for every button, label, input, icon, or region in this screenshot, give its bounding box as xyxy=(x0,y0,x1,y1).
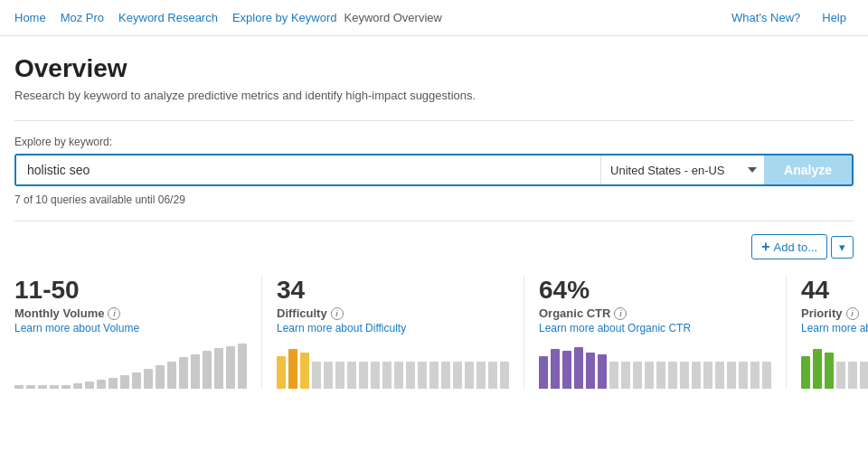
section-divider-2 xyxy=(14,221,854,221)
bar xyxy=(14,385,24,389)
bar xyxy=(203,351,212,389)
bar xyxy=(633,362,642,389)
nav-moz-pro[interactable]: Moz Pro xyxy=(61,11,104,24)
bar xyxy=(156,365,165,389)
page-subtitle: Research by keyword to analyze predictiv… xyxy=(14,89,854,102)
bar xyxy=(324,362,333,389)
bar xyxy=(703,362,712,389)
metric-label-volume: Monthly Volume xyxy=(14,306,104,320)
bar xyxy=(813,349,822,389)
nav-home[interactable]: Home xyxy=(14,11,46,24)
bar xyxy=(539,356,548,389)
bar xyxy=(848,362,857,389)
keyword-input[interactable] xyxy=(16,155,600,184)
bar xyxy=(108,378,118,389)
bar xyxy=(300,353,309,389)
bar xyxy=(120,375,129,389)
search-input-group: United States - en-US United Kingdom - e… xyxy=(14,154,854,186)
bar xyxy=(750,362,760,389)
bar xyxy=(680,362,689,389)
plus-icon: + xyxy=(761,239,769,255)
bar xyxy=(97,380,106,389)
metric-card-ctr: 64% Organic CTR i Learn more about Organ… xyxy=(539,276,787,389)
bar xyxy=(85,381,94,389)
metric-info-volume[interactable]: i xyxy=(108,307,120,320)
top-navigation: Home Moz Pro Keyword Research Explore by… xyxy=(0,0,868,36)
bar xyxy=(382,362,392,389)
bar xyxy=(836,362,845,389)
bar xyxy=(167,362,176,389)
bar xyxy=(335,362,344,389)
bar xyxy=(656,362,665,389)
metric-card-difficulty: 34 Difficulty i Learn more about Difficu… xyxy=(277,276,524,389)
country-select[interactable]: United States - en-US United Kingdom - e… xyxy=(600,155,764,184)
page-title: Overview xyxy=(14,54,854,83)
metric-label-row-priority: Priority i xyxy=(801,306,868,320)
priority-bar-chart xyxy=(801,344,868,389)
bar xyxy=(73,383,82,389)
metric-value-ctr: 64% xyxy=(539,276,771,305)
bar xyxy=(825,353,834,389)
metric-value-priority: 44 xyxy=(801,276,868,305)
bar xyxy=(645,362,654,389)
nav-whats-new[interactable]: What's New? xyxy=(731,11,800,24)
bar xyxy=(277,356,286,389)
metric-info-difficulty[interactable]: i xyxy=(331,307,344,320)
bar xyxy=(179,357,188,389)
search-label: Explore by keyword: xyxy=(14,136,854,148)
bar xyxy=(621,362,630,389)
metric-label-row-difficulty: Difficulty i xyxy=(277,306,509,320)
metric-info-priority[interactable]: i xyxy=(846,307,859,320)
bar xyxy=(465,362,474,389)
bar xyxy=(453,362,462,389)
bar xyxy=(739,362,748,389)
bar xyxy=(441,362,450,389)
bar xyxy=(226,346,235,389)
metrics-row: 11-50 Monthly Volume i Learn more about … xyxy=(14,276,854,389)
bar xyxy=(238,344,247,389)
bar xyxy=(61,385,71,389)
metric-link-difficulty[interactable]: Learn more about Difficulty xyxy=(277,322,509,334)
bar xyxy=(488,362,497,389)
nav-help[interactable]: Help xyxy=(822,11,846,24)
queries-info: 7 of 10 queries available until 06/29 xyxy=(14,193,854,206)
bar xyxy=(132,372,141,389)
bar xyxy=(586,353,595,389)
bar xyxy=(692,362,701,389)
bar xyxy=(359,362,368,389)
bar xyxy=(429,362,439,389)
bar xyxy=(762,362,771,389)
bar xyxy=(668,362,677,389)
nav-current-page: Keyword Overview xyxy=(344,11,442,24)
metric-label-ctr: Organic CTR xyxy=(539,306,610,320)
metric-link-priority[interactable]: Learn more about Priority xyxy=(801,322,868,334)
metric-card-volume: 11-50 Monthly Volume i Learn more about … xyxy=(14,276,262,389)
bar xyxy=(860,362,868,389)
bar xyxy=(371,362,380,389)
analyze-button[interactable]: Analyze xyxy=(764,155,852,184)
bar xyxy=(574,347,583,389)
metric-value-volume: 11-50 xyxy=(14,276,247,305)
add-to-row: + Add to... ▾ xyxy=(14,234,854,259)
bar xyxy=(562,351,571,389)
nav-keyword-research[interactable]: Keyword Research xyxy=(118,11,218,24)
bar xyxy=(214,348,223,389)
metric-label-row-volume: Monthly Volume i xyxy=(14,306,247,320)
metric-info-ctr[interactable]: i xyxy=(614,307,627,320)
metric-label-priority: Priority xyxy=(801,306,843,320)
bar xyxy=(598,354,607,389)
bar xyxy=(609,362,618,389)
metric-link-ctr[interactable]: Learn more about Organic CTR xyxy=(539,322,771,334)
nav-explore-by-keyword[interactable]: Explore by Keyword xyxy=(232,11,337,24)
bar xyxy=(50,385,59,389)
ctr-bar-chart xyxy=(539,344,771,389)
bar xyxy=(476,362,486,389)
metric-link-volume[interactable]: Learn more about Volume xyxy=(14,322,247,334)
bar xyxy=(727,362,736,389)
add-to-dropdown-arrow[interactable]: ▾ xyxy=(831,236,854,259)
add-to-button[interactable]: + Add to... xyxy=(751,234,827,259)
bar xyxy=(26,385,35,389)
add-to-label: Add to... xyxy=(774,240,817,254)
bar xyxy=(406,362,415,389)
right-navigation: What's New? Help xyxy=(731,11,854,24)
